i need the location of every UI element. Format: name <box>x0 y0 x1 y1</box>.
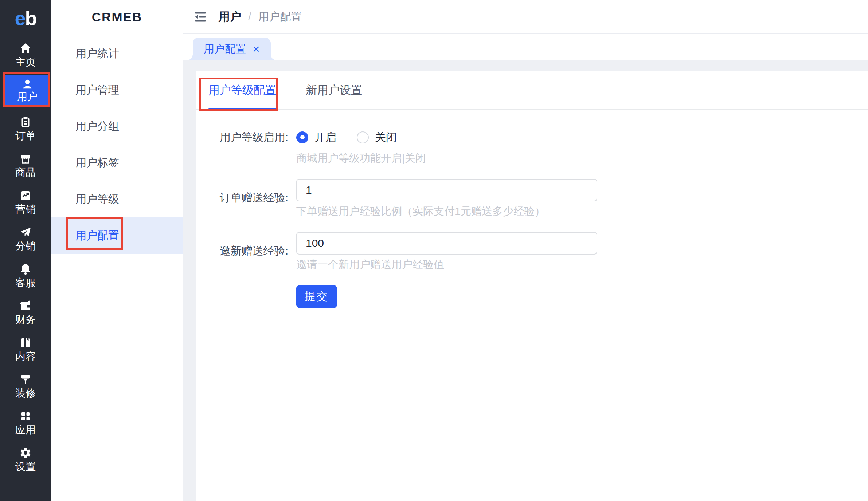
sidebar-item-label: 财务 <box>15 315 36 325</box>
menu-item-user-management[interactable]: 用户管理 <box>51 72 183 108</box>
settings-icon <box>19 447 32 459</box>
radio-on[interactable] <box>296 131 308 143</box>
menu-item-user-config[interactable]: 用户配置 <box>51 217 183 254</box>
menu-item-user-tags[interactable]: 用户标签 <box>51 145 183 181</box>
sidebar-item-label: 客服 <box>15 278 36 288</box>
form-row-order-exp: 订单赠送经验: 下单赠送用户经验比例（实际支付1元赠送多少经验） <box>196 179 868 217</box>
field-helper-text: 下单赠送用户经验比例（实际支付1元赠送多少经验） <box>296 206 597 217</box>
menu-item-user-groups[interactable]: 用户分组 <box>51 108 183 145</box>
service-icon <box>19 263 32 275</box>
home-icon <box>19 42 32 55</box>
primary-nav: 主页 用户 订单 商品 营销 分销 <box>0 36 51 478</box>
logo-letter-b: b <box>25 7 36 29</box>
tab-new-user-settings[interactable]: 新用户设置 <box>294 71 374 109</box>
menu-item-label: 用户分组 <box>75 119 119 134</box>
menu-item-label: 用户标签 <box>75 155 119 170</box>
menu-item-user-level[interactable]: 用户等级 <box>51 181 183 217</box>
sidebar-item-service[interactable]: 客服 <box>0 257 51 294</box>
sidebar-item-label: 主页 <box>15 57 36 67</box>
open-tabs-bar: 用户配置 × <box>183 34 868 60</box>
invite-exp-input[interactable] <box>296 232 597 255</box>
breadcrumb-separator: / <box>248 11 251 23</box>
sidebar-item-marketing[interactable]: 营销 <box>0 184 51 220</box>
menu-item-label: 用户配置 <box>75 228 119 243</box>
menu-item-label: 用户统计 <box>75 46 119 61</box>
main-area: 用户 / 用户配置 用户配置 × 用户等级配置 新用户设置 <box>183 0 868 501</box>
order-icon <box>19 116 32 128</box>
main-header: 用户 / 用户配置 <box>183 0 868 34</box>
sidebar-item-label: 用户 <box>17 92 38 102</box>
breadcrumb-section[interactable]: 用户 <box>219 9 241 24</box>
sidebar-item-order[interactable]: 订单 <box>0 110 51 147</box>
sidebar-item-settings[interactable]: 设置 <box>0 441 51 478</box>
order-exp-input[interactable] <box>296 179 597 201</box>
sidebar-item-content[interactable]: 内容 <box>0 331 51 367</box>
sidebar-title: CRMEB <box>51 0 183 34</box>
sidebar-item-label: 装修 <box>15 388 36 398</box>
menu-item-label: 用户等级 <box>75 192 119 207</box>
active-tab-underline <box>208 108 276 110</box>
crmeb-admin-page: eb 主页 用户 订单 商品 营销 <box>0 0 868 501</box>
sidebar-item-finance[interactable]: 财务 <box>0 294 51 331</box>
distribution-icon <box>19 226 32 238</box>
decorate-icon <box>19 373 32 386</box>
field-label: 订单赠送经验: <box>196 192 288 204</box>
breadcrumb-page: 用户配置 <box>258 9 302 24</box>
apps-icon <box>19 410 32 422</box>
close-icon[interactable]: × <box>253 43 260 55</box>
logo-letter-e: e <box>15 7 25 29</box>
sidebar-item-label: 设置 <box>15 462 36 472</box>
field-label: 用户等级启用: <box>196 131 288 163</box>
user-config-form: 用户等级启用: 开启 关闭 商城用户等级功能开启|关闭 订单赠送经验: <box>196 110 868 308</box>
menu-item-user-statistics[interactable]: 用户统计 <box>51 35 183 72</box>
menu-item-label: 用户管理 <box>75 83 119 98</box>
secondary-menu: 用户统计 用户管理 用户分组 用户标签 用户等级 用户配置 <box>51 34 183 254</box>
radio-on-label[interactable]: 开启 <box>314 132 336 143</box>
submit-button[interactable]: 提交 <box>296 285 337 308</box>
user-icon <box>21 78 33 90</box>
form-row-submit: 提交 <box>196 285 868 308</box>
finance-icon <box>19 300 32 312</box>
sidebar-item-label: 营销 <box>15 204 36 214</box>
radio-off[interactable] <box>357 131 369 143</box>
radio-off-label[interactable]: 关闭 <box>375 132 397 143</box>
field-label: 邀新赠送经验: <box>196 245 288 257</box>
crmeb-logo[interactable]: eb <box>0 0 51 36</box>
sidebar-item-label: 内容 <box>15 351 36 362</box>
tab-user-level-config[interactable]: 用户等级配置 <box>197 71 288 109</box>
content-tabs: 用户等级配置 新用户设置 <box>196 71 868 110</box>
open-tab-label: 用户配置 <box>204 44 246 54</box>
sidebar-item-label: 订单 <box>15 131 36 141</box>
sidebar-item-goods[interactable]: 商品 <box>0 147 51 184</box>
goods-icon <box>19 153 32 165</box>
form-row-user-level-enable: 用户等级启用: 开启 关闭 商城用户等级功能开启|关闭 <box>196 131 868 163</box>
content-card: 用户等级配置 新用户设置 用户等级启用: 开启 <box>196 71 868 501</box>
sidebar-item-distribution[interactable]: 分销 <box>0 220 51 257</box>
sidebar-item-user[interactable]: 用户 <box>4 75 50 106</box>
sidebar-item-home[interactable]: 主页 <box>0 36 51 73</box>
tab-label: 用户等级配置 <box>208 83 276 98</box>
sidebar-item-label: 商品 <box>15 167 36 178</box>
form-row-invite-exp: 邀新赠送经验: 邀请一个新用户赠送用户经验值 <box>196 232 868 270</box>
sidebar-item-decorate[interactable]: 装修 <box>0 367 51 404</box>
open-tab-user-config[interactable]: 用户配置 × <box>193 38 271 60</box>
menu-fold-icon[interactable] <box>195 11 207 23</box>
sidebar-item-apps[interactable]: 应用 <box>0 404 51 441</box>
marketing-icon <box>19 189 32 202</box>
field-helper-text: 邀请一个新用户赠送用户经验值 <box>296 259 597 270</box>
tab-label: 新用户设置 <box>306 83 362 98</box>
primary-sidebar: eb 主页 用户 订单 商品 营销 <box>0 0 51 501</box>
content-icon <box>19 336 32 349</box>
sidebar-item-label: 应用 <box>15 425 36 435</box>
field-helper-text: 商城用户等级功能开启|关闭 <box>296 153 426 163</box>
sidebar-item-label: 分销 <box>15 241 36 251</box>
secondary-sidebar: CRMEB 用户统计 用户管理 用户分组 用户标签 用户等级 用户配置 <box>51 0 183 501</box>
breadcrumb: 用户 / 用户配置 <box>219 9 302 24</box>
